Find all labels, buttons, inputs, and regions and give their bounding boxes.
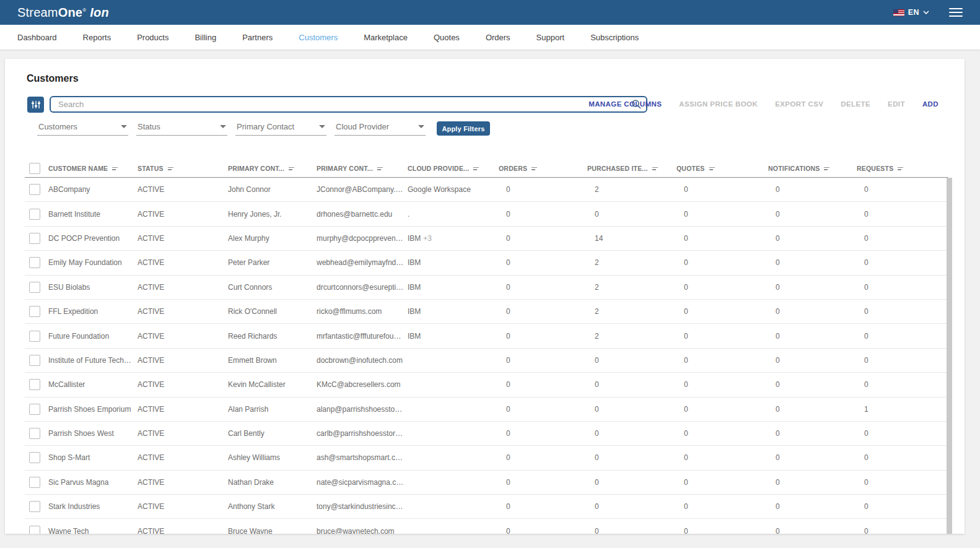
row-checkbox[interactable] (29, 477, 40, 488)
table-row-ffl-expedition[interactable]: FFL ExpeditionACTIVERick O'Connellricko@… (25, 300, 948, 324)
table-row-wayne-tech[interactable]: Wayne TechACTIVEBruce Waynebruce@waynete… (25, 519, 948, 534)
row-checkbox[interactable] (29, 379, 40, 390)
cell-requests: 0 (857, 502, 948, 511)
cell-email: nate@sicparvismagna.com (317, 478, 408, 487)
cell-name: DC POCP Prevention (48, 234, 138, 243)
cell-quotes: 0 (676, 210, 768, 219)
nav-item-products[interactable]: Products (137, 33, 168, 42)
manage-columns-button[interactable]: MANAGE COLUMNS (588, 100, 662, 108)
export-csv-button: EXPORT CSV (775, 100, 823, 108)
table-row-esu-biolabs[interactable]: ESU BiolabsACTIVECurt Connorsdrcurtconno… (25, 276, 948, 300)
column-header-status: STATUS (138, 165, 228, 172)
cell-orders: 0 (499, 210, 587, 219)
row-checkbox[interactable] (29, 404, 40, 415)
row-checkbox[interactable] (29, 355, 40, 366)
row-checkbox[interactable] (29, 331, 40, 342)
vertical-scrollbar[interactable] (947, 178, 952, 534)
row-checkbox-cell (25, 184, 48, 195)
table-row-institute-of-future-technology[interactable]: Institute of Future TechnologyACTIVEEmme… (25, 349, 948, 373)
row-checkbox[interactable] (29, 452, 40, 463)
nav-item-marketplace[interactable]: Marketplace (364, 33, 408, 42)
sort-icon[interactable] (168, 167, 173, 170)
hamburger-menu-icon[interactable] (949, 8, 963, 17)
table-row-parrish-shoes-west[interactable]: Parrish Shoes WestACTIVECarl Bentlycarlb… (25, 422, 948, 446)
nav-item-quotes[interactable]: Quotes (434, 33, 460, 42)
sort-icon[interactable] (289, 167, 294, 170)
sort-icon[interactable] (898, 167, 903, 170)
cell-orders: 0 (499, 307, 587, 316)
cell-requests: 0 (857, 258, 948, 267)
status-select[interactable]: Status (136, 121, 227, 136)
row-checkbox[interactable] (29, 233, 40, 244)
row-checkbox[interactable] (29, 282, 40, 293)
table-row-dc-pocp-prevention[interactable]: DC POCP PreventionACTIVEAlex Murphymurph… (25, 227, 948, 251)
cell-quotes: 0 (676, 307, 768, 316)
nav-item-orders[interactable]: Orders (486, 33, 510, 42)
table-row-mccallister[interactable]: McCallisterACTIVEKevin McCallisterKMcC@a… (25, 373, 948, 397)
cell-requests: 0 (857, 307, 948, 316)
language-label: EN (908, 8, 919, 17)
row-checkbox[interactable] (29, 501, 40, 512)
table-row-stark-industries[interactable]: Stark IndustriesACTIVEAnthony Starktony@… (25, 495, 948, 519)
cell-name: Shop S-Mart (48, 453, 138, 462)
row-checkbox[interactable] (29, 184, 40, 195)
table-row-abcompany[interactable]: ABCompanyACTIVEJohn ConnorJConnor@ABComp… (25, 178, 948, 202)
table-row-emily-may-foundation[interactable]: Emily May FoundationACTIVEPeter Parkerwe… (25, 251, 948, 275)
table-row-barnett-institute[interactable]: Barnett InstituteACTIVEHenry Jones, Jr.d… (25, 202, 948, 226)
row-checkbox[interactable] (29, 257, 40, 268)
select-all-checkbox[interactable] (29, 163, 40, 174)
cell-contact: Ashley Williams (228, 453, 317, 462)
cell-cloud: IBM (408, 283, 499, 292)
main-nav: DashboardReportsProductsBillingPartnersC… (0, 25, 980, 50)
cell-email: tony@starkindustriesinc.com (317, 502, 408, 511)
row-checkbox[interactable] (29, 306, 40, 317)
cell-email: ricko@fflmums.com (317, 307, 408, 316)
cell-notifications: 0 (768, 185, 857, 194)
cloud-provider-select[interactable]: Cloud Provider (335, 121, 426, 136)
column-label: PRIMARY CONT... (317, 165, 373, 172)
nav-item-billing[interactable]: Billing (195, 33, 216, 42)
row-checkbox[interactable] (29, 526, 40, 534)
cell-name: FFL Expedition (48, 307, 138, 316)
column-header-name: CUSTOMER NAME (48, 165, 138, 172)
filter-sliders-button[interactable] (27, 97, 44, 113)
cell-orders: 0 (499, 234, 587, 243)
sort-icon[interactable] (824, 167, 829, 170)
add-button[interactable]: ADD (922, 100, 938, 108)
cell-notifications: 0 (768, 502, 857, 511)
cell-name: Wayne Tech (48, 527, 138, 534)
search-input[interactable] (50, 96, 647, 113)
cell-status: ACTIVE (138, 502, 228, 511)
sort-icon[interactable] (377, 167, 383, 170)
language-selector[interactable]: EN (893, 8, 929, 17)
cell-notifications: 0 (768, 234, 857, 243)
primary-contact-select[interactable]: Primary Contact (235, 121, 326, 136)
nav-item-support[interactable]: Support (536, 33, 565, 42)
row-checkbox[interactable] (29, 428, 40, 439)
nav-item-subscriptions[interactable]: Subscriptions (590, 33, 639, 42)
nav-item-dashboard[interactable]: Dashboard (17, 33, 57, 42)
nav-item-customers[interactable]: Customers (299, 33, 338, 42)
apply-filters-button[interactable]: Apply Filters (437, 121, 490, 136)
nav-item-reports[interactable]: Reports (83, 33, 112, 42)
table-row-parrish-shoes-emporium[interactable]: Parrish Shoes EmporiumACTIVEAlan Parrish… (25, 398, 948, 422)
column-label: STATUS (138, 165, 164, 172)
sort-icon[interactable] (532, 167, 537, 170)
cell-status: ACTIVE (138, 210, 228, 219)
sort-icon[interactable] (473, 167, 479, 170)
select-label: Primary Contact (237, 122, 294, 131)
table-row-shop-s-mart[interactable]: Shop S-MartACTIVEAshley Williamsash@smar… (25, 446, 948, 470)
table-row-sic-parvus-magna[interactable]: Sic Parvus MagnaACTIVENathan Drakenate@s… (25, 471, 948, 495)
row-checkbox[interactable] (29, 209, 40, 220)
cell-quotes: 0 (676, 478, 768, 487)
cell-status: ACTIVE (138, 405, 228, 414)
sort-icon[interactable] (709, 167, 715, 170)
table-row-future-foundation[interactable]: Future FoundationACTIVEReed Richardsmrfa… (25, 324, 948, 348)
cell-orders: 0 (499, 478, 587, 487)
nav-item-partners[interactable]: Partners (242, 33, 273, 42)
cell-orders: 0 (499, 380, 587, 389)
sort-icon[interactable] (652, 167, 658, 170)
customers-select[interactable]: Customers (37, 121, 128, 136)
sort-icon[interactable] (112, 167, 118, 170)
cell-notifications: 0 (768, 356, 857, 365)
